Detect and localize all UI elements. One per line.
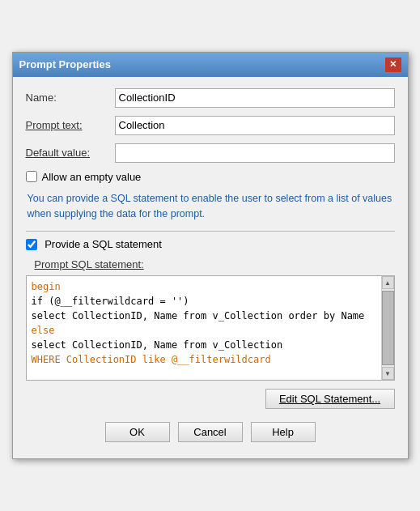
- button-row: OK Cancel Help: [26, 419, 395, 447]
- prompt-text-row: Prompt text:: [26, 116, 395, 135]
- edit-sql-button[interactable]: Edit SQL Statement...: [265, 389, 395, 409]
- sql-text-area-wrapper: beginif (@__filterwildcard = '')select C…: [26, 275, 395, 381]
- name-label: Name:: [26, 92, 115, 104]
- allow-empty-checkbox[interactable]: [26, 171, 37, 182]
- section-divider: [26, 231, 395, 232]
- scroll-up-arrow[interactable]: ▲: [382, 276, 394, 289]
- name-input[interactable]: [115, 88, 395, 108]
- help-button[interactable]: Help: [251, 422, 316, 442]
- default-value-label: Default value:: [26, 147, 115, 159]
- default-value-input[interactable]: [115, 143, 395, 163]
- prompt-properties-dialog: Prompt Properties ✕ Name: Prompt text: D…: [12, 52, 409, 460]
- ok-button[interactable]: OK: [105, 422, 170, 442]
- prompt-text-label: Prompt text:: [26, 119, 115, 131]
- prompt-text-input[interactable]: [115, 116, 395, 135]
- close-button[interactable]: ✕: [385, 57, 401, 72]
- sql-scrollbar[interactable]: ▲ ▼: [381, 276, 394, 380]
- allow-empty-row: Allow an empty value: [26, 171, 395, 183]
- info-text: You can provide a SQL statement to enabl…: [26, 191, 395, 222]
- allow-empty-label[interactable]: Allow an empty value: [42, 171, 142, 183]
- default-value-row: Default value:: [26, 143, 395, 163]
- title-bar: Prompt Properties ✕: [13, 53, 408, 77]
- dialog-title: Prompt Properties: [19, 58, 111, 70]
- provide-sql-checkbox[interactable]: [26, 239, 37, 250]
- cancel-button[interactable]: Cancel: [178, 422, 243, 442]
- name-row: Name:: [26, 88, 395, 108]
- sql-checkbox-row: Provide a SQL statement: [26, 238, 395, 250]
- dialog-body: Name: Prompt text: Default value: Allow …: [13, 77, 408, 459]
- sql-text-area[interactable]: beginif (@__filterwildcard = '')select C…: [27, 276, 381, 380]
- scroll-down-arrow[interactable]: ▼: [382, 367, 394, 380]
- provide-sql-label[interactable]: Provide a SQL statement: [42, 238, 162, 250]
- sql-statement-label: Prompt SQL statement:: [26, 258, 395, 270]
- scroll-thumb[interactable]: [382, 291, 394, 365]
